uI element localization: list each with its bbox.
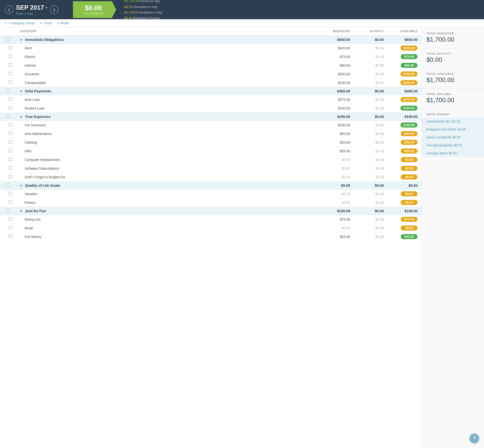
quick-budget-item[interactable]: Spent Last Month: $0.00: [422, 134, 484, 141]
item-checkbox-cell[interactable]: [0, 138, 16, 147]
group-name: ▼ Immediate Obligations: [16, 36, 320, 44]
group-checkbox-cell[interactable]: [0, 207, 16, 215]
item-checkbox[interactable]: [9, 46, 12, 49]
group-checkbox-cell[interactable]: [0, 112, 16, 121]
next-month-button[interactable]: ❯: [50, 5, 58, 14]
item-budgeted[interactable]: $50.00: [320, 129, 354, 138]
item-checkbox[interactable]: [9, 192, 12, 195]
total-activity-label: TOTAL ACTIVITY: [427, 52, 479, 55]
item-checkbox-cell[interactable]: [0, 44, 16, 52]
group-checkbox[interactable]: [6, 89, 10, 92]
item-checkbox[interactable]: [9, 200, 12, 204]
item-checkbox[interactable]: [9, 63, 12, 67]
item-checkbox-cell[interactable]: [0, 147, 16, 155]
item-activity: $0.00: [354, 164, 388, 173]
item-checkbox[interactable]: [9, 217, 12, 221]
item-checkbox-cell[interactable]: [0, 95, 16, 104]
item-budgeted[interactable]: $75.00: [320, 52, 354, 61]
item-checkbox-cell[interactable]: [0, 155, 16, 164]
total-inflows-value: $1,700.00: [427, 96, 479, 104]
item-checkbox-cell[interactable]: [0, 232, 16, 241]
add-category-group-button[interactable]: + + Category Group: [5, 21, 35, 25]
item-checkbox-cell[interactable]: [0, 215, 16, 224]
item-budgeted[interactable]: $100.00: [320, 79, 354, 87]
item-checkbox[interactable]: [9, 106, 12, 110]
item-checkbox-cell[interactable]: [0, 79, 16, 87]
month-navigation: ❮ SEP 2017 ▾ Enter a note... ❯: [5, 4, 58, 16]
group-toggle-icon[interactable]: ▼: [20, 184, 23, 187]
group-activity: $0.00: [354, 36, 388, 44]
item-checkbox-cell[interactable]: [0, 173, 16, 181]
group-available: $100.00: [388, 207, 421, 215]
quick-budget-item[interactable]: Budgeted Last Month: $0.00: [422, 126, 484, 133]
item-budgeted[interactable]: $25.00: [320, 147, 354, 155]
redo-button[interactable]: ↪ Redo: [57, 21, 69, 25]
quick-budget-item[interactable]: Underfunded: $1,242.50: [422, 118, 484, 125]
item-budgeted[interactable]: $250.00: [320, 70, 354, 79]
item-budgeted[interactable]: $100.00: [320, 121, 354, 129]
prev-month-button[interactable]: ❮: [5, 5, 14, 14]
item-checkbox[interactable]: [9, 158, 12, 161]
item-checkbox[interactable]: [9, 140, 12, 144]
undo-button[interactable]: ↩ Undo: [40, 21, 52, 25]
item-budgeted[interactable]: $275.00: [320, 95, 354, 104]
item-budgeted[interactable]: $0.00: [320, 198, 354, 207]
group-checkbox[interactable]: [6, 183, 10, 187]
item-budgeted[interactable]: $425.00: [320, 44, 354, 52]
item-available: $25.00: [388, 232, 421, 241]
item-checkbox-cell[interactable]: [0, 190, 16, 198]
item-checkbox[interactable]: [9, 132, 12, 135]
group-checkbox-cell[interactable]: [0, 36, 16, 44]
item-budgeted[interactable]: $0.00: [320, 173, 354, 181]
item-checkbox[interactable]: [9, 72, 12, 75]
item-checkbox-cell[interactable]: [0, 52, 16, 61]
item-checkbox[interactable]: [9, 55, 12, 58]
item-checkbox[interactable]: [9, 226, 12, 229]
group-checkbox[interactable]: [6, 114, 10, 118]
item-budgeted[interactable]: $0.00: [320, 155, 354, 164]
item-name: Dining Out: [16, 215, 320, 224]
item-checkbox[interactable]: [9, 235, 12, 238]
help-button[interactable]: ?: [469, 433, 479, 443]
item-checkbox-cell[interactable]: [0, 121, 16, 129]
item-budgeted[interactable]: $0.00: [320, 224, 354, 232]
item-budgeted[interactable]: $20.00: [320, 138, 354, 147]
item-budgeted[interactable]: $25.00: [320, 232, 354, 241]
item-available: $100.00: [388, 121, 421, 129]
total-budgeted-value: $1,700.00: [427, 36, 479, 43]
item-budgeted[interactable]: $75.00: [320, 215, 354, 224]
group-checkbox-cell[interactable]: [0, 87, 16, 95]
item-budgeted[interactable]: $90.00: [320, 61, 354, 70]
item-checkbox-cell[interactable]: [0, 61, 16, 70]
item-budgeted[interactable]: $190.00: [320, 104, 354, 112]
item-checkbox[interactable]: [9, 175, 12, 178]
item-checkbox[interactable]: [9, 80, 12, 84]
group-toggle-icon[interactable]: ▼: [20, 115, 23, 119]
note-input[interactable]: Enter a note...: [16, 12, 48, 16]
item-checkbox-cell[interactable]: [0, 224, 16, 232]
item-checkbox-cell[interactable]: [0, 129, 16, 138]
group-checkbox[interactable]: [6, 38, 10, 41]
item-checkbox-cell[interactable]: [0, 70, 16, 79]
total-budgeted-label: TOTAL BUDGETED: [427, 32, 479, 35]
item-checkbox-cell[interactable]: [0, 164, 16, 173]
group-row: ▼ Quality of Life Goals $0.00 $0.00 $0.0…: [0, 181, 421, 190]
item-checkbox[interactable]: [9, 97, 12, 101]
quick-budget-item[interactable]: Average Budgeted: $0.00: [422, 142, 484, 149]
group-checkbox-cell[interactable]: [0, 181, 16, 190]
item-checkbox-cell[interactable]: [0, 198, 16, 207]
item-checkbox[interactable]: [9, 123, 12, 126]
month-dropdown-icon[interactable]: ▾: [46, 5, 48, 10]
item-name: Clothing: [16, 138, 320, 147]
item-budgeted[interactable]: $0.00: [320, 164, 354, 173]
quick-budget-item[interactable]: Average Spent: $0.00: [422, 149, 484, 157]
item-budgeted[interactable]: $0.00: [320, 190, 354, 198]
group-toggle-icon[interactable]: ▼: [20, 90, 23, 93]
item-checkbox[interactable]: [9, 166, 12, 170]
group-checkbox[interactable]: [6, 209, 10, 212]
item-checkbox-cell[interactable]: [0, 104, 16, 112]
group-toggle-icon[interactable]: ▼: [20, 38, 23, 42]
item-checkbox[interactable]: [9, 149, 12, 152]
item-activity: $0.00: [354, 190, 388, 198]
group-toggle-icon[interactable]: ▼: [20, 209, 23, 213]
